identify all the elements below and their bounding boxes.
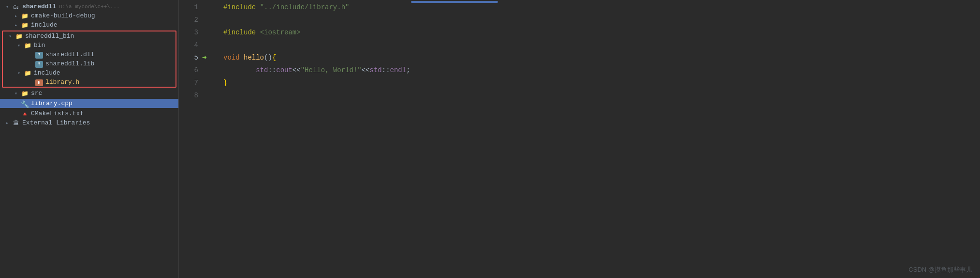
- code-line-3: #include <iostream>: [223, 26, 980, 39]
- sidebar-item-include-sub[interactable]: 📁 include: [3, 68, 176, 77]
- item-label: src: [31, 90, 42, 97]
- code-token: std: [370, 64, 382, 77]
- code-token: <<: [293, 64, 301, 77]
- code-token: std: [256, 64, 268, 77]
- root-path: D:\a-mycode\c++\...: [59, 4, 119, 10]
- sidebar-item-external-libraries[interactable]: 🏛 External Libraries: [0, 118, 178, 127]
- sidebar: 🗂 shareddll D:\a-mycode\c++\... 📁 cmake-…: [0, 0, 179, 278]
- sidebar-item-root[interactable]: 🗂 shareddll D:\a-mycode\c++\...: [0, 2, 178, 11]
- item-label: CMakeLists.txt: [31, 110, 84, 117]
- line-num: 7: [179, 77, 198, 89]
- code-token: cout: [276, 64, 293, 77]
- code-token: <<: [362, 64, 370, 77]
- code-token: [256, 1, 260, 14]
- red-border-group: 📁 shareddll_bin 📁 bin ? shareddll.dll ? …: [2, 31, 176, 88]
- folder-icon: 📁: [20, 13, 29, 19]
- item-label: bin: [34, 42, 45, 49]
- code-token: [256, 26, 260, 39]
- execution-arrow: ➜: [202, 51, 218, 64]
- arrow-icon: [15, 70, 22, 76]
- code-token: "Hello, World!": [301, 64, 362, 77]
- sidebar-item-shareddll-bin[interactable]: 📁 shareddll_bin: [3, 31, 176, 41]
- sidebar-item-library-h[interactable]: H library.h: [3, 77, 176, 87]
- sidebar-item-shareddll-lib[interactable]: ? shareddll.lib: [3, 59, 176, 68]
- cpp-icon: 🔧: [20, 100, 29, 107]
- code-token: (): [264, 51, 272, 64]
- code-token: <iostream>: [260, 26, 301, 39]
- code-token: #include: [223, 26, 256, 39]
- item-label: cmake-build-debug: [31, 12, 95, 19]
- code-token: {: [272, 51, 276, 64]
- arrow-icon: [13, 22, 19, 28]
- code-line-8: [223, 89, 980, 102]
- code-token: [240, 51, 244, 64]
- sidebar-item-cmake-build-debug[interactable]: 📁 cmake-build-debug: [0, 11, 178, 20]
- code-line-7: }: [223, 77, 980, 89]
- line-num: 3: [179, 26, 198, 39]
- code-line-6: std :: cout << "Hello, World!" << std ::…: [223, 64, 980, 77]
- line-num: 5: [179, 51, 198, 64]
- code-token: ;: [406, 64, 410, 77]
- code-token: #include: [223, 1, 256, 14]
- item-label: library.cpp: [31, 100, 73, 107]
- folder-icon: 📁: [15, 33, 23, 40]
- watermark: CSDN @摸鱼那些事儿: [908, 265, 972, 274]
- code-token: endl: [390, 64, 407, 77]
- code-line-5: void hello () {: [223, 51, 980, 64]
- item-label: External Libraries: [22, 119, 90, 126]
- root-label: shareddll: [22, 3, 56, 10]
- dll-icon: ?: [35, 51, 44, 58]
- editor: 1 2 3 4 5 6 7 8 ➜ #include "../include/l…: [179, 0, 980, 278]
- code-token: "../include/library.h": [260, 1, 350, 14]
- code-token: hello: [244, 51, 264, 64]
- arrow-icon: [15, 43, 22, 48]
- line-num: 8: [179, 89, 198, 102]
- arrow-icon: [13, 91, 19, 96]
- arrow-icon: [7, 33, 14, 39]
- sidebar-item-library-cpp[interactable]: 🔧 library.cpp: [0, 99, 178, 108]
- line-num: 2: [179, 14, 198, 26]
- code-token: ::: [382, 64, 390, 77]
- folder-icon: 🗂: [12, 3, 20, 10]
- line-num: 6: [179, 64, 198, 77]
- code-token: ::: [268, 64, 276, 77]
- sidebar-item-shareddll-dll[interactable]: ? shareddll.dll: [3, 50, 176, 59]
- item-label: include: [31, 21, 58, 29]
- sidebar-item-cmakelists[interactable]: 🔺 CMakeLists.txt: [0, 109, 178, 118]
- item-label: shareddll_bin: [25, 32, 74, 40]
- lib-icon: ?: [35, 61, 44, 67]
- item-label: include: [34, 69, 60, 77]
- item-label: shareddll.lib: [45, 60, 94, 67]
- external-icon: 🏛: [12, 120, 20, 126]
- code-area[interactable]: #include "../include/library.h" #include…: [218, 0, 980, 278]
- h-icon: H: [35, 79, 44, 86]
- code-line-2: [223, 14, 980, 26]
- code-token: [223, 64, 256, 77]
- sidebar-item-bin[interactable]: 📁 bin: [3, 41, 176, 50]
- line-numbers: 1 2 3 4 5 6 7 8: [179, 0, 202, 278]
- code-token: }: [223, 77, 227, 89]
- arrow-icon: [13, 13, 19, 19]
- code-line-1: #include "../include/library.h": [223, 1, 980, 14]
- code-token: void: [223, 51, 240, 64]
- cmake-icon: 🔺: [20, 110, 29, 117]
- code-line-4: [223, 39, 980, 51]
- sidebar-item-src[interactable]: 📁 src: [0, 89, 178, 98]
- arrow-icon: [4, 120, 11, 126]
- line-num: 4: [179, 39, 198, 51]
- folder-icon: 📁: [20, 90, 29, 97]
- arrow-column: ➜: [202, 0, 218, 278]
- folder-icon: 📁: [23, 42, 32, 49]
- folder-icon: 📁: [20, 22, 29, 29]
- line-num: 1: [179, 1, 198, 14]
- sidebar-item-include-root[interactable]: 📁 include: [0, 20, 178, 30]
- folder-icon: 📁: [23, 70, 32, 77]
- item-label: shareddll.dll: [45, 51, 94, 58]
- arrow-icon: [4, 4, 11, 10]
- item-label: library.h: [45, 78, 79, 86]
